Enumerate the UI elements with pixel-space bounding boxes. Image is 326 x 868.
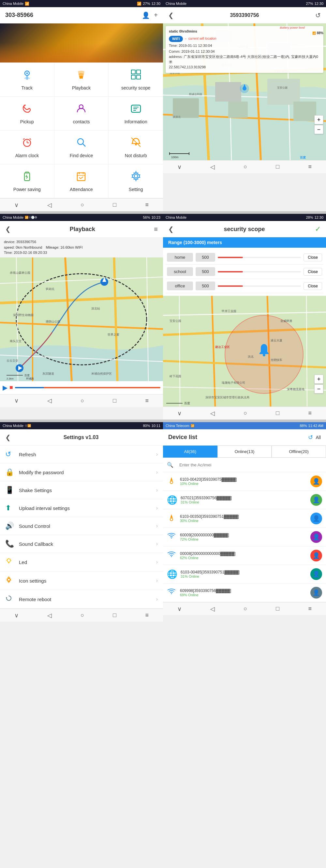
device-item-4[interactable]: 60009[2000000000▓▓▓▓▓] 72% Online 👤 (163, 528, 326, 547)
device-id-5: 00008[2000000000000▓▓▓▓▓] (180, 551, 307, 556)
nav-menu-sec[interactable]: ≡ (304, 408, 316, 418)
scope-slider-school[interactable] (218, 271, 301, 272)
nav-down-settings[interactable]: ∨ (10, 611, 23, 620)
nav-back-dl[interactable]: ◁ (206, 604, 219, 614)
nav-home-dl[interactable]: ○ (240, 604, 251, 614)
settings-item-password[interactable]: 🔒 Modify the password › (0, 463, 163, 482)
device-pct-1: 10% (180, 482, 187, 486)
device-avatar-4: 👤 (310, 531, 322, 543)
nav-home-settings[interactable]: ○ (77, 611, 88, 620)
nav-down-sec[interactable]: ∨ (173, 408, 186, 418)
menu-item-pickup[interactable]: Pickup (0, 97, 54, 130)
settings-item-refresh[interactable]: ↺ Refresh › (0, 445, 163, 463)
menu-item-notdisturb[interactable]: Not disturb (109, 130, 163, 164)
scope-slider-office[interactable] (218, 285, 301, 287)
time-label: Time: (169, 43, 178, 48)
nav-square-dl[interactable]: □ (272, 604, 283, 614)
nav-menu[interactable]: ≡ (141, 200, 153, 210)
sec-zoom-out[interactable]: − (314, 384, 323, 394)
user-icon[interactable]: 👤 (142, 11, 150, 19)
nav-back[interactable]: ◁ (43, 200, 56, 210)
nav-square-sec[interactable]: □ (272, 408, 283, 418)
nav-back-sec[interactable]: ◁ (206, 408, 219, 418)
back-settings[interactable]: ❮ (5, 434, 11, 441)
menu-item-track[interactable]: Track (0, 63, 54, 97)
address-val: 广东省深圳市宝安区创业二路南6巷-4号 大浪社区(创业二路一巷)内, 宝豪科技大… (169, 55, 318, 63)
nav-menu-dl[interactable]: ≡ (304, 604, 316, 614)
setting-icon (130, 170, 142, 184)
nav-down-map[interactable]: ∨ (173, 162, 186, 172)
back-sec[interactable]: ❮ (168, 225, 174, 233)
menu-item-security[interactable]: security scope (109, 63, 163, 97)
settings-item-sound-callback[interactable]: 📞 Sound Callback › (0, 535, 163, 553)
settings-item-icon-settings[interactable]: Icon settings › (0, 571, 163, 590)
scope-slider-home[interactable] (218, 257, 301, 258)
search-input[interactable] (176, 461, 322, 469)
device-avatar-7: 👤 (310, 587, 322, 598)
settings-item-upload[interactable]: ⬆ Upload interval settings › (0, 499, 163, 517)
nav-square[interactable]: □ (109, 200, 120, 210)
scope-entries: home 500 Close school 500 Close office 5… (163, 248, 326, 296)
back-pb[interactable]: ❮ (5, 225, 11, 233)
menu-item-alarm[interactable]: Alarm clock (0, 130, 54, 164)
device-item-2[interactable]: 🌐 607021[3593390756▓▓▓▓▓] 31% Online 👤 (163, 491, 326, 509)
nav-menu-settings[interactable]: ≡ (141, 611, 153, 620)
scope-close-school[interactable]: Close (303, 268, 322, 276)
tab-all[interactable]: All(36) (163, 445, 217, 458)
device-item-6[interactable]: 🌐 6103-00485[3593390751▓▓▓▓▓] 31% Online… (163, 565, 326, 584)
stop-btn[interactable]: ■ (9, 384, 13, 391)
settings-item-remote-reboot[interactable]: Remote reboot › (0, 590, 163, 609)
nav-back-settings[interactable]: ◁ (43, 611, 56, 620)
add-icon[interactable]: + (154, 11, 158, 19)
svg-point-20 (135, 144, 137, 146)
zoom-out-btn[interactable]: − (314, 125, 323, 134)
nav-home-sec[interactable]: ○ (240, 408, 251, 418)
menu-item-find[interactable]: Find device (54, 130, 109, 164)
tab-online[interactable]: Online(13) (217, 445, 272, 458)
nav-home-map[interactable]: ○ (240, 162, 251, 172)
scope-close-home[interactable]: Close (303, 253, 322, 261)
nav-home[interactable]: ○ (77, 200, 88, 210)
nav-menu-map[interactable]: ≡ (304, 162, 316, 172)
nav-square-pb[interactable]: □ (109, 396, 120, 405)
nav-square-map[interactable]: □ (272, 162, 283, 172)
security-zoom-controls: + − (314, 375, 323, 394)
check-icon[interactable]: ✓ (315, 225, 321, 234)
device-item-1[interactable]: 6103-00420[359339075▓▓▓▓▓] 10% Online 👤 (163, 472, 326, 491)
menu-item-setting[interactable]: Setting (109, 164, 163, 198)
play-btn[interactable]: ▶ (3, 384, 7, 392)
menu-item-playback[interactable]: Playback (54, 63, 109, 97)
svg-text:凌云大厦: 凌云大厦 (271, 339, 282, 342)
sec-zoom-in[interactable]: + (314, 375, 323, 384)
svg-text:瑞晟电子有限公司: 瑞晟电子有限公司 (222, 381, 245, 384)
nav-down-pb[interactable]: ∨ (10, 396, 23, 405)
nav-home-pb[interactable]: ○ (77, 396, 88, 405)
scope-close-office[interactable]: Close (303, 282, 322, 290)
settings-item-led[interactable]: Led › (0, 553, 163, 571)
device-item-7[interactable]: 609998[3593390756▓▓▓▓▓] 69% Online 👤 (163, 584, 326, 602)
nav-square-settings[interactable]: □ (109, 611, 120, 620)
device-list-refresh-icon[interactable]: ↺ (308, 434, 313, 441)
menu-item-attendance[interactable]: Attendance (54, 164, 109, 198)
carrier-right: China Mobile (166, 2, 187, 5)
nav-back-map[interactable]: ◁ (206, 162, 219, 172)
nav-back-pb[interactable]: ◁ (43, 396, 56, 405)
settings-item-sound-control[interactable]: 🔊 Sound Control › (0, 517, 163, 535)
menu-item-information[interactable]: Information (109, 97, 163, 130)
menu-item-contacts[interactable]: contacts (54, 97, 109, 130)
back-icon-map[interactable]: ❮ (168, 11, 174, 19)
refresh-map-icon[interactable]: ↺ (315, 11, 321, 19)
svg-text:岭下花园: 岭下花园 (169, 375, 181, 378)
progress-bar[interactable] (15, 387, 160, 388)
device-item-5[interactable]: 00008[2000000000000▓▓▓▓▓] 62% Online 👤 (163, 547, 326, 565)
main-menu-header: 303-85966 👤 + (0, 7, 163, 24)
playback-menu-icon[interactable]: ≡ (154, 225, 158, 233)
zoom-in-btn[interactable]: + (314, 115, 323, 124)
settings-item-shake[interactable]: 📱 Shake Settings › (0, 482, 163, 499)
nav-down[interactable]: ∨ (10, 200, 23, 210)
nav-menu-pb[interactable]: ≡ (141, 396, 153, 405)
nav-down-dl[interactable]: ∨ (173, 604, 186, 614)
tab-offline[interactable]: Offline(20) (272, 445, 326, 458)
device-item-3[interactable]: 6103-00350[3593390751▓▓▓▓▓] 30% Online 👤 (163, 509, 326, 528)
menu-item-power[interactable]: Power saving (0, 164, 54, 198)
